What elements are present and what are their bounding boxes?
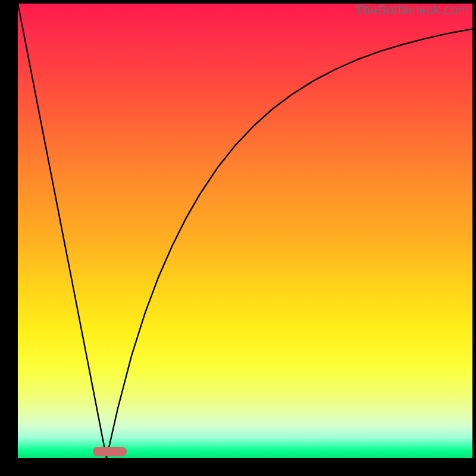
minimum-marker [93, 447, 127, 456]
curve-layer [18, 4, 472, 458]
curve-left-branch [18, 4, 107, 458]
watermark-text: TheBottleneck.com [355, 2, 469, 18]
plot-area [18, 4, 472, 458]
curve-right-branch [107, 29, 472, 458]
chart-stage: TheBottleneck.com [0, 0, 476, 476]
